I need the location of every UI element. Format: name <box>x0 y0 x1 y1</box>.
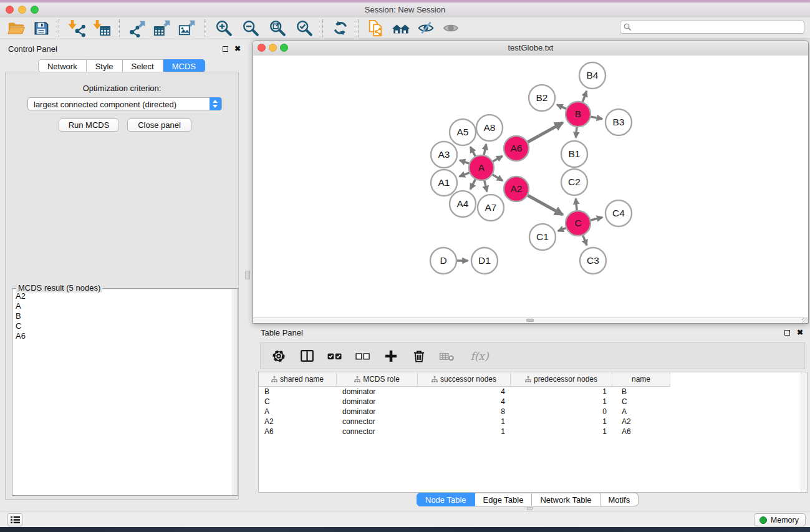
node-C3[interactable]: C3 <box>580 248 606 274</box>
edge-A-A4[interactable] <box>470 180 475 190</box>
edge-B-B2[interactable] <box>557 105 566 109</box>
scrollbar-thumb[interactable] <box>526 319 534 322</box>
node-C[interactable]: C <box>566 211 591 236</box>
select-all-columns-button[interactable] <box>325 346 344 366</box>
node-A2[interactable]: A2 <box>504 177 529 201</box>
cell[interactable]: C <box>259 397 337 406</box>
window-resize-grip[interactable] <box>802 318 808 323</box>
delete-table-button[interactable] <box>438 346 456 366</box>
cell[interactable]: 8 <box>418 407 511 416</box>
edge-B-B3[interactable] <box>591 117 602 119</box>
edge-A6-B[interactable] <box>528 123 562 142</box>
unselect-all-columns-button[interactable] <box>354 346 372 366</box>
cell[interactable]: dominator <box>337 387 418 396</box>
cell[interactable]: 1 <box>511 387 612 396</box>
run-mcds-button[interactable]: Run MCDS <box>59 118 119 132</box>
table-row[interactable]: A2connector11A2 <box>259 417 670 427</box>
show-columns-button[interactable] <box>297 346 316 366</box>
node-A8[interactable]: A8 <box>476 115 503 141</box>
tab-motifs[interactable]: Motifs <box>600 493 639 506</box>
close-panel-icon[interactable]: ✖ <box>797 329 803 336</box>
cell[interactable]: 1 <box>511 397 612 406</box>
home-button[interactable] <box>388 18 413 38</box>
criterion-dropdown[interactable]: largest connected component (directed) <box>27 97 222 110</box>
delete-columns-button[interactable] <box>410 346 428 366</box>
table-row[interactable]: Adominator80A <box>259 407 670 417</box>
tab-select[interactable]: Select <box>123 59 163 72</box>
result-list-scrollbar[interactable] <box>233 289 238 495</box>
column-header-predecessor-nodes[interactable]: predecessor nodes <box>511 372 612 386</box>
refresh-view-button[interactable] <box>328 18 353 38</box>
import-network-button[interactable] <box>64 18 89 38</box>
float-panel-icon[interactable] <box>223 46 228 52</box>
node-B1[interactable]: B1 <box>561 141 587 167</box>
node-A1[interactable]: A1 <box>431 170 457 196</box>
tab-network-table[interactable]: Network Table <box>532 493 600 506</box>
create-column-button[interactable] <box>382 346 400 366</box>
network-canvas[interactable]: A5A8A3A1A4A7AA6A2BB2B4B3B1CC2C4C1C3DD1 <box>253 56 808 318</box>
close-panel-icon[interactable]: ✖ <box>234 45 241 52</box>
import-table-button[interactable] <box>89 18 114 38</box>
edge-A2-C[interactable] <box>528 195 562 215</box>
cell[interactable]: 4 <box>418 397 511 406</box>
cell[interactable]: A2 <box>259 417 337 426</box>
result-item[interactable]: A2 <box>12 291 238 301</box>
tab-style[interactable]: Style <box>87 59 123 72</box>
cell[interactable]: A <box>612 407 670 416</box>
tab-mcds[interactable]: MCDS <box>163 59 205 72</box>
cell[interactable]: A2 <box>612 417 670 426</box>
cell[interactable]: 4 <box>418 387 511 396</box>
show-view-button[interactable] <box>438 18 463 38</box>
cell[interactable]: dominator <box>337 407 418 416</box>
node-B[interactable]: B <box>566 102 591 127</box>
table-mode-button[interactable] <box>269 346 288 366</box>
zoom-selected-button[interactable] <box>291 18 317 38</box>
edge-A-A3[interactable] <box>460 160 469 163</box>
function-builder-button[interactable]: f(x) <box>466 346 493 366</box>
edge-A-A6[interactable] <box>493 156 502 161</box>
cell[interactable]: 1 <box>511 417 612 426</box>
network-hscrollbar[interactable] <box>253 317 808 323</box>
table-row[interactable]: Bdominator41B <box>259 387 670 397</box>
search-input[interactable] <box>620 21 804 34</box>
column-header-name[interactable]: name <box>612 372 670 386</box>
node-A3[interactable]: A3 <box>431 142 457 168</box>
edge-C-C2[interactable] <box>576 198 577 210</box>
edge-C-C1[interactable] <box>558 228 566 231</box>
task-history-button[interactable] <box>7 513 22 526</box>
open-file-button[interactable] <box>4 18 29 38</box>
table-scrollbar[interactable] <box>801 372 807 492</box>
zoom-fit-button[interactable] <box>264 18 291 38</box>
divider-grip[interactable] <box>245 271 250 279</box>
cell[interactable]: connector <box>337 427 418 436</box>
cell[interactable]: connector <box>337 417 418 426</box>
table-row[interactable]: Cdominator41C <box>259 397 670 407</box>
node-B4[interactable]: B4 <box>579 62 605 89</box>
cell[interactable]: 1 <box>418 427 511 436</box>
export-network-button[interactable] <box>125 18 150 38</box>
node-A[interactable]: A <box>469 155 494 180</box>
node-C1[interactable]: C1 <box>529 224 556 250</box>
cell[interactable]: dominator <box>337 397 418 406</box>
hide-graphics-details-button[interactable] <box>413 18 438 38</box>
edge-A-A5[interactable] <box>470 147 475 157</box>
cell[interactable]: 1 <box>511 427 612 436</box>
edge-A-A7[interactable] <box>485 180 487 191</box>
export-table-button[interactable] <box>150 18 175 38</box>
divider-grip[interactable] <box>527 507 533 510</box>
result-item[interactable]: B <box>12 311 238 321</box>
node-A7[interactable]: A7 <box>478 195 504 221</box>
save-session-button[interactable] <box>29 18 54 38</box>
node-C2[interactable]: C2 <box>561 169 587 195</box>
column-header-successor-nodes[interactable]: successor nodes <box>418 372 511 386</box>
edge-C-C3[interactable] <box>583 235 587 245</box>
edge-A-A1[interactable] <box>460 173 470 177</box>
split-divider-vertical[interactable] <box>243 39 252 511</box>
cell[interactable]: B <box>612 387 670 396</box>
cell[interactable]: A <box>259 407 337 416</box>
edge-C-C4[interactable] <box>591 217 602 220</box>
float-panel-icon[interactable] <box>784 330 790 336</box>
node-D[interactable]: D <box>430 248 456 274</box>
tab-network[interactable]: Network <box>38 59 87 72</box>
edge-A-A2[interactable] <box>493 175 503 181</box>
